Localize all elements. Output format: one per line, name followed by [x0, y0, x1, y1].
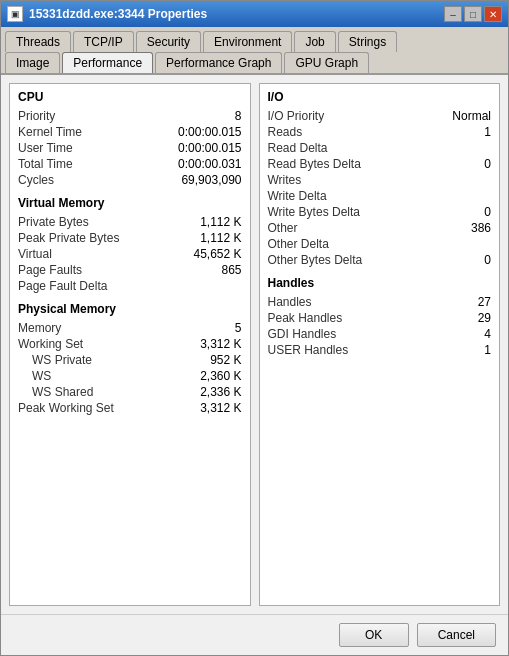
table-row: Write Bytes Delta 0 — [268, 204, 492, 220]
table-row: Handles 27 — [268, 294, 492, 310]
table-row: Page Fault Delta — [18, 278, 242, 294]
content-area: CPU Priority 8 Kernel Time 0:00:00.015 U… — [1, 75, 508, 614]
cpu-cycles-value: 69,903,090 — [181, 173, 241, 187]
table-row: Page Faults 865 — [18, 262, 242, 278]
gdi-handles-value: 4 — [431, 327, 491, 341]
table-row: Read Delta — [268, 140, 492, 156]
app-icon: ▣ — [7, 6, 23, 22]
tab-gpu-graph[interactable]: GPU Graph — [284, 52, 369, 73]
pm-ws-label: WS — [18, 369, 51, 383]
pm-memory-label: Memory — [18, 321, 61, 335]
tab-performance[interactable]: Performance — [62, 52, 153, 73]
vm-peak-label: Peak Private Bytes — [18, 231, 119, 245]
tab-strings[interactable]: Strings — [338, 31, 397, 52]
user-handles-value: 1 — [431, 343, 491, 357]
tab-image[interactable]: Image — [5, 52, 60, 73]
pm-peakws-value: 3,312 K — [182, 401, 242, 415]
table-row: GDI Handles 4 — [268, 326, 492, 342]
io-writebytesdelta-label: Write Bytes Delta — [268, 205, 360, 219]
io-reads-value: 1 — [431, 125, 491, 139]
tab-job[interactable]: Job — [294, 31, 335, 52]
vm-virtual-label: Virtual — [18, 247, 52, 261]
table-row: Kernel Time 0:00:00.015 — [18, 124, 242, 140]
table-row: Other Delta — [268, 236, 492, 252]
cpu-user-label: User Time — [18, 141, 73, 155]
cpu-kernel-value: 0:00:00.015 — [178, 125, 241, 139]
table-row: Peak Private Bytes 1,112 K — [18, 230, 242, 246]
vm-pagefaultdelta-label: Page Fault Delta — [18, 279, 107, 293]
handles-value: 27 — [431, 295, 491, 309]
peak-handles-value: 29 — [431, 311, 491, 325]
title-bar-buttons: – □ ✕ — [444, 6, 502, 22]
main-window: ▣ 15331dzdd.exe:3344 Properties – □ ✕ Th… — [0, 0, 509, 656]
pm-ws-value: 2,360 K — [182, 369, 242, 383]
io-writebytesdelta-value: 0 — [431, 205, 491, 219]
table-row: WS Shared 2,336 K — [18, 384, 242, 400]
maximize-button[interactable]: □ — [464, 6, 482, 22]
table-row: Other 386 — [268, 220, 492, 236]
table-row: Total Time 0:00:00.031 — [18, 156, 242, 172]
tab-threads[interactable]: Threads — [5, 31, 71, 52]
footer: OK Cancel — [1, 614, 508, 655]
cpu-kernel-label: Kernel Time — [18, 125, 82, 139]
table-row: Other Bytes Delta 0 — [268, 252, 492, 268]
pm-workingset-value: 3,312 K — [182, 337, 242, 351]
table-row: WS Private 952 K — [18, 352, 242, 368]
title-bar: ▣ 15331dzdd.exe:3344 Properties – □ ✕ — [1, 1, 508, 27]
table-row: Peak Handles 29 — [268, 310, 492, 326]
tab-row-2: Image Performance Performance Graph GPU … — [1, 52, 508, 75]
io-writes-label: Writes — [268, 173, 302, 187]
cpu-user-value: 0:00:00.015 — [178, 141, 241, 155]
left-panel: CPU Priority 8 Kernel Time 0:00:00.015 U… — [9, 83, 251, 606]
io-otherbytesdelta-label: Other Bytes Delta — [268, 253, 363, 267]
handles-label: Handles — [268, 295, 312, 309]
cancel-button[interactable]: Cancel — [417, 623, 496, 647]
io-readbytesdelta-label: Read Bytes Delta — [268, 157, 361, 171]
io-readdelta-label: Read Delta — [268, 141, 328, 155]
io-writedelta-label: Write Delta — [268, 189, 327, 203]
cpu-cycles-label: Cycles — [18, 173, 54, 187]
table-row: Priority 8 — [18, 108, 242, 124]
tab-security[interactable]: Security — [136, 31, 201, 52]
cpu-total-label: Total Time — [18, 157, 73, 171]
io-other-value: 386 — [431, 221, 491, 235]
vm-private-label: Private Bytes — [18, 215, 89, 229]
io-section-title: I/O — [268, 90, 492, 104]
table-row: Reads 1 — [268, 124, 492, 140]
table-row: WS 2,360 K — [18, 368, 242, 384]
io-otherbytesdelta-value: 0 — [431, 253, 491, 267]
io-otherdelta-value — [431, 237, 491, 251]
table-row: Cycles 69,903,090 — [18, 172, 242, 188]
io-readdelta-value — [431, 141, 491, 155]
handles-section-title: Handles — [268, 276, 492, 290]
pm-memory-value: 5 — [182, 321, 242, 335]
tab-tcpip[interactable]: TCP/IP — [73, 31, 134, 52]
window-title: 15331dzdd.exe:3344 Properties — [29, 7, 207, 21]
io-reads-label: Reads — [268, 125, 303, 139]
pm-wsprivate-value: 952 K — [182, 353, 242, 367]
vm-pagefaults-value: 865 — [182, 263, 242, 277]
ok-button[interactable]: OK — [339, 623, 409, 647]
io-other-label: Other — [268, 221, 298, 235]
two-col-layout: CPU Priority 8 Kernel Time 0:00:00.015 U… — [9, 83, 500, 606]
table-row: Peak Working Set 3,312 K — [18, 400, 242, 416]
cpu-total-value: 0:00:00.031 — [178, 157, 241, 171]
table-row: User Time 0:00:00.015 — [18, 140, 242, 156]
cpu-priority-value: 8 — [182, 109, 242, 123]
tab-environment[interactable]: Environment — [203, 31, 292, 52]
cpu-section-title: CPU — [18, 90, 242, 104]
table-row: Working Set 3,312 K — [18, 336, 242, 352]
pm-section-title: Physical Memory — [18, 302, 242, 316]
io-priority-label: I/O Priority — [268, 109, 325, 123]
io-readbytesdelta-value: 0 — [431, 157, 491, 171]
tab-row-1: Threads TCP/IP Security Environment Job … — [1, 27, 508, 52]
tab-performance-graph[interactable]: Performance Graph — [155, 52, 282, 73]
gdi-handles-label: GDI Handles — [268, 327, 337, 341]
pm-wsprivate-label: WS Private — [18, 353, 92, 367]
table-row: Private Bytes 1,112 K — [18, 214, 242, 230]
pm-workingset-label: Working Set — [18, 337, 83, 351]
close-button[interactable]: ✕ — [484, 6, 502, 22]
vm-pagefaultdelta-value — [182, 279, 242, 293]
vm-section-title: Virtual Memory — [18, 196, 242, 210]
minimize-button[interactable]: – — [444, 6, 462, 22]
